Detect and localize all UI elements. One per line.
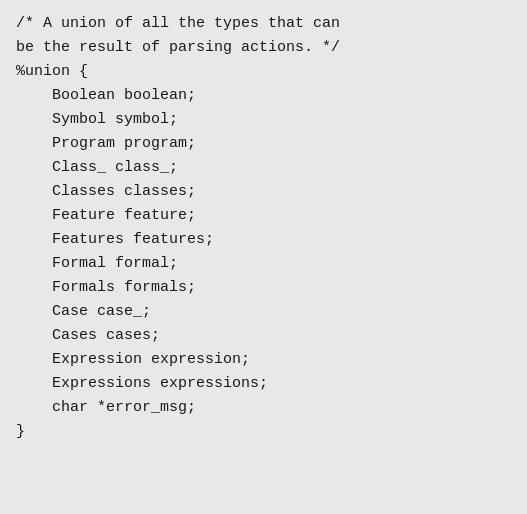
code-line: %union {: [16, 60, 511, 84]
code-line: Class_ class_;: [16, 156, 511, 180]
code-line: Symbol symbol;: [16, 108, 511, 132]
code-line: Expression expression;: [16, 348, 511, 372]
code-line: Classes classes;: [16, 180, 511, 204]
code-line: Expressions expressions;: [16, 372, 511, 396]
code-line: be the result of parsing actions. */: [16, 36, 511, 60]
code-line: /* A union of all the types that can: [16, 12, 511, 36]
code-line: Feature feature;: [16, 204, 511, 228]
code-line: char *error_msg;: [16, 396, 511, 420]
code-line: Formal formal;: [16, 252, 511, 276]
code-line: Cases cases;: [16, 324, 511, 348]
code-line: Boolean boolean;: [16, 84, 511, 108]
code-line: }: [16, 420, 511, 444]
code-line: Formals formals;: [16, 276, 511, 300]
code-line: Features features;: [16, 228, 511, 252]
code-line: Program program;: [16, 132, 511, 156]
code-block: /* A union of all the types that canbe t…: [0, 0, 527, 514]
code-line: Case case_;: [16, 300, 511, 324]
